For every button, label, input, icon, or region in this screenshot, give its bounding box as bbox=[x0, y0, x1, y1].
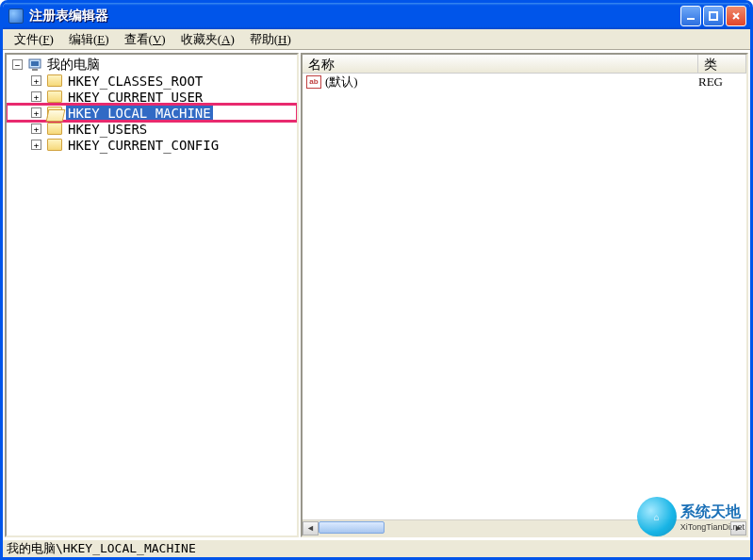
string-value-icon: ab bbox=[306, 75, 321, 89]
folder-icon bbox=[47, 74, 62, 87]
close-button[interactable] bbox=[726, 6, 746, 26]
menu-file[interactable]: 文件(F) bbox=[7, 29, 61, 50]
menu-edit[interactable]: 编辑(E) bbox=[61, 29, 117, 50]
expand-icon[interactable]: + bbox=[31, 91, 41, 102]
computer-icon bbox=[28, 58, 43, 72]
scroll-thumb[interactable] bbox=[319, 521, 385, 534]
svg-rect-1 bbox=[710, 12, 717, 20]
scroll-right-icon[interactable]: ► bbox=[730, 521, 746, 535]
folder-open-icon bbox=[47, 107, 62, 119]
window-title: 注册表编辑器 bbox=[29, 8, 680, 25]
column-header-name[interactable]: 名称 bbox=[303, 55, 698, 73]
titlebar[interactable]: 注册表编辑器 bbox=[3, 3, 750, 29]
svg-rect-0 bbox=[687, 18, 695, 20]
svg-rect-4 bbox=[32, 69, 38, 71]
minimize-button[interactable] bbox=[680, 6, 701, 26]
tree-item-hkcu[interactable]: + HKEY_CURRENT_USER bbox=[7, 89, 297, 105]
expand-icon[interactable]: + bbox=[31, 107, 41, 118]
menu-help[interactable]: 帮助(H) bbox=[242, 29, 299, 50]
tree-item-hklm[interactable]: + HKEY_LOCAL_MACHINE bbox=[7, 105, 297, 121]
menu-favorites[interactable]: 收藏夹(A) bbox=[173, 29, 242, 50]
expand-icon[interactable]: + bbox=[31, 140, 41, 150]
folder-icon bbox=[47, 91, 62, 103]
registry-editor-window: 注册表编辑器 文件(F) 编辑(E) 查看(V) 收藏夹(A) 帮助(H) − bbox=[0, 0, 753, 560]
content-area: − 我的电脑 + HKEY_CLASSES_ROOT + HKEY_CURREN… bbox=[3, 50, 750, 539]
status-bar: 我的电脑\HKEY_LOCAL_MACHINE bbox=[3, 539, 750, 557]
tree-item-hkcc[interactable]: + HKEY_CURRENT_CONFIG bbox=[7, 137, 297, 153]
tree-item-label: HKEY_LOCAL_MACHINE bbox=[66, 106, 213, 121]
menu-view[interactable]: 查看(V) bbox=[117, 29, 173, 50]
list-body[interactable]: ab (默认) REG bbox=[303, 74, 746, 519]
values-panel: 名称 类 ab (默认) REG ◄ ► bbox=[301, 53, 748, 537]
list-row[interactable]: ab (默认) REG bbox=[303, 74, 746, 90]
column-header-type[interactable]: 类 bbox=[698, 55, 746, 73]
tree-item-label: HKEY_CLASSES_ROOT bbox=[66, 74, 205, 89]
menu-bar: 文件(F) 编辑(E) 查看(V) 收藏夹(A) 帮助(H) bbox=[3, 29, 750, 50]
status-path: 我的电脑\HKEY_LOCAL_MACHINE bbox=[7, 540, 196, 557]
tree-item-hkcr[interactable]: + HKEY_CLASSES_ROOT bbox=[7, 73, 297, 89]
tree-item-hku[interactable]: + HKEY_USERS bbox=[7, 121, 297, 137]
svg-rect-3 bbox=[31, 61, 39, 66]
tree-panel[interactable]: − 我的电脑 + HKEY_CLASSES_ROOT + HKEY_CURREN… bbox=[5, 53, 299, 537]
tree-item-label: HKEY_USERS bbox=[66, 122, 149, 137]
tree-root[interactable]: − 我的电脑 bbox=[7, 57, 297, 73]
expand-icon[interactable]: + bbox=[31, 75, 41, 86]
window-controls bbox=[680, 6, 746, 26]
expand-icon[interactable]: + bbox=[31, 124, 41, 134]
tree-item-label: HKEY_CURRENT_CONFIG bbox=[66, 138, 221, 153]
value-type: REG bbox=[698, 74, 723, 90]
scroll-track[interactable] bbox=[319, 521, 730, 535]
value-name: (默认) bbox=[325, 74, 698, 91]
maximize-button[interactable] bbox=[703, 6, 724, 26]
folder-icon bbox=[47, 123, 62, 135]
list-header: 名称 类 bbox=[303, 55, 746, 74]
tree-item-label: HKEY_CURRENT_USER bbox=[66, 90, 205, 105]
regedit-icon bbox=[8, 8, 24, 24]
tree-root-label: 我的电脑 bbox=[45, 57, 102, 74]
horizontal-scrollbar[interactable]: ◄ ► bbox=[303, 519, 746, 535]
scroll-left-icon[interactable]: ◄ bbox=[303, 521, 319, 535]
collapse-icon[interactable]: − bbox=[12, 59, 23, 70]
folder-icon bbox=[47, 139, 62, 151]
